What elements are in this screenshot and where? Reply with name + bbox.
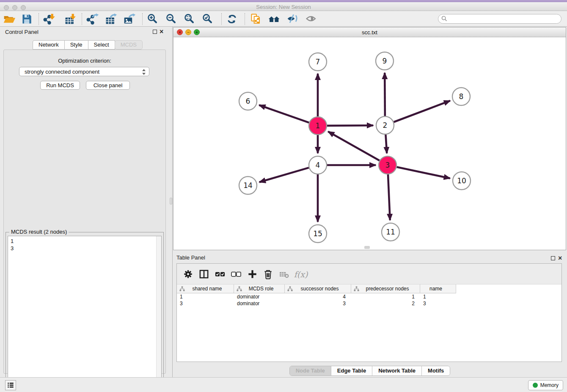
show-details-icon[interactable] bbox=[304, 12, 319, 26]
table-float-icon[interactable] bbox=[551, 256, 555, 260]
function-builder-icon[interactable]: f(x) bbox=[294, 268, 308, 281]
node-6[interactable]: 6 bbox=[239, 92, 257, 110]
table-close-icon[interactable]: × bbox=[558, 254, 562, 262]
table-cell[interactable]: dominator bbox=[234, 300, 285, 307]
tab-node-table[interactable]: Node Table bbox=[290, 366, 331, 375]
search-input[interactable] bbox=[438, 14, 561, 24]
close-panel-button[interactable]: Close panel bbox=[86, 81, 130, 90]
table-cell[interactable]: 3 bbox=[285, 300, 351, 307]
table-row[interactable]: 3dominator323 bbox=[177, 300, 456, 307]
network-graph[interactable]: 7968124314101511 bbox=[173, 37, 566, 250]
refresh-icon[interactable] bbox=[225, 12, 240, 26]
attribute-tree-icon bbox=[287, 286, 293, 292]
zoom-fit-icon[interactable] bbox=[182, 12, 198, 26]
table-row[interactable]: 1dominator411 bbox=[177, 293, 456, 300]
tab-mcds[interactable]: MCDS bbox=[115, 40, 143, 50]
column-header-name[interactable]: name bbox=[420, 284, 456, 293]
delete-column-icon[interactable] bbox=[261, 268, 275, 281]
table-cell[interactable]: dominator bbox=[234, 293, 285, 300]
tab-select[interactable]: Select bbox=[88, 40, 115, 50]
edge-1-2[interactable] bbox=[327, 125, 373, 126]
memory-label: Memory bbox=[540, 382, 559, 388]
edge-2-9[interactable] bbox=[385, 73, 385, 116]
table-cell[interactable]: 4 bbox=[285, 293, 351, 300]
column-header-MCDS-role[interactable]: MCDS role bbox=[234, 284, 285, 293]
deselect-all-icon[interactable] bbox=[229, 268, 243, 281]
network-window-titlebar[interactable]: × – + scc.txt bbox=[173, 28, 566, 37]
node-11[interactable]: 11 bbox=[382, 223, 399, 241]
tab-motifs[interactable]: Motifs bbox=[421, 366, 450, 375]
table-cell[interactable]: 2 bbox=[351, 300, 420, 307]
node-7[interactable]: 7 bbox=[309, 53, 327, 71]
task-history-button[interactable] bbox=[5, 380, 16, 390]
toolbar-separator bbox=[82, 13, 82, 25]
clone-network-icon[interactable] bbox=[248, 12, 264, 26]
float-panel-icon[interactable] bbox=[153, 30, 157, 34]
tab-network[interactable]: Network bbox=[33, 40, 65, 50]
import-network-icon[interactable] bbox=[42, 12, 57, 26]
svg-text:8: 8 bbox=[459, 92, 464, 101]
vertical-splitter[interactable] bbox=[169, 27, 173, 377]
hide-details-icon[interactable] bbox=[285, 12, 300, 26]
tab-edge-table[interactable]: Edge Table bbox=[331, 366, 372, 375]
network-canvas[interactable]: 7968124314101511 bbox=[173, 37, 566, 250]
table-header-row: shared nameMCDS rolesuccessor nodesprede… bbox=[177, 284, 456, 293]
node-15[interactable]: 15 bbox=[309, 225, 327, 243]
export-table-icon[interactable] bbox=[103, 12, 118, 26]
column-header-successor-nodes[interactable]: successor nodes bbox=[285, 284, 351, 293]
node-4[interactable]: 4 bbox=[309, 156, 327, 174]
node-9[interactable]: 9 bbox=[376, 52, 394, 70]
run-mcds-button[interactable]: Run MCDS bbox=[40, 81, 80, 90]
node-1[interactable]: 1 bbox=[309, 117, 327, 135]
open-file-icon[interactable] bbox=[2, 12, 17, 26]
column-header-shared-name[interactable]: shared name bbox=[177, 284, 234, 293]
node-3[interactable]: 3 bbox=[379, 156, 396, 174]
add-column-icon[interactable] bbox=[246, 268, 259, 281]
node-14[interactable]: 14 bbox=[239, 177, 257, 194]
criterion-select[interactable]: strongly connected component bbox=[19, 67, 149, 76]
svg-text:3: 3 bbox=[385, 161, 390, 169]
table-cell[interactable]: 1 bbox=[177, 293, 234, 300]
tab-style[interactable]: Style bbox=[64, 40, 88, 50]
column-view-icon[interactable] bbox=[197, 268, 211, 281]
edge-1-6[interactable] bbox=[259, 105, 309, 122]
export-network-icon[interactable] bbox=[85, 12, 100, 26]
table-cell[interactable]: 1 bbox=[420, 293, 456, 300]
export-image-icon[interactable] bbox=[122, 12, 137, 26]
table-cell[interactable]: 3 bbox=[420, 300, 456, 307]
delete-table-icon[interactable] bbox=[278, 268, 291, 281]
table-cell[interactable]: 3 bbox=[177, 300, 234, 307]
edge-2-3[interactable] bbox=[385, 135, 387, 153]
edge-4-14[interactable] bbox=[259, 168, 309, 182]
table-panel-title: Table Panel bbox=[176, 254, 205, 261]
zoom-out-icon[interactable] bbox=[164, 12, 179, 26]
table-tabs: Node TableEdge TableNetwork TableMotifs bbox=[173, 366, 567, 376]
node-2[interactable]: 2 bbox=[376, 116, 394, 134]
attribute-tree-icon bbox=[179, 286, 185, 292]
import-table-icon[interactable] bbox=[63, 12, 78, 26]
node-8[interactable]: 8 bbox=[452, 88, 470, 105]
zoom-selected-icon[interactable] bbox=[201, 12, 216, 26]
canvas-resize-handle[interactable] bbox=[364, 246, 370, 249]
edge-2-8[interactable] bbox=[394, 101, 450, 122]
svg-text:9: 9 bbox=[383, 57, 387, 65]
save-session-icon[interactable] bbox=[19, 12, 35, 26]
memory-button[interactable]: Memory bbox=[528, 380, 563, 390]
table-cell[interactable]: 1 bbox=[351, 293, 420, 300]
table-options-icon[interactable] bbox=[182, 268, 195, 281]
optimization-criterion-label: Optimization criterion: bbox=[4, 58, 165, 64]
edge-3-11[interactable] bbox=[388, 174, 390, 220]
search-box bbox=[438, 14, 561, 24]
edge-3-10[interactable] bbox=[397, 167, 450, 179]
zoom-in-icon[interactable] bbox=[146, 12, 161, 26]
show-all-icon[interactable] bbox=[267, 12, 282, 26]
edge-3-1[interactable] bbox=[328, 132, 379, 160]
splitter-handle[interactable] bbox=[170, 198, 172, 204]
mcds-result-text[interactable]: 1 3 bbox=[8, 236, 162, 392]
column-header-predecessor-nodes[interactable]: predecessor nodes bbox=[351, 284, 420, 293]
select-all-icon[interactable] bbox=[213, 268, 227, 281]
result-scrollbar[interactable] bbox=[156, 236, 161, 392]
tab-network-table[interactable]: Network Table bbox=[372, 366, 421, 375]
node-10[interactable]: 10 bbox=[453, 172, 471, 190]
close-panel-icon[interactable]: × bbox=[160, 28, 163, 36]
